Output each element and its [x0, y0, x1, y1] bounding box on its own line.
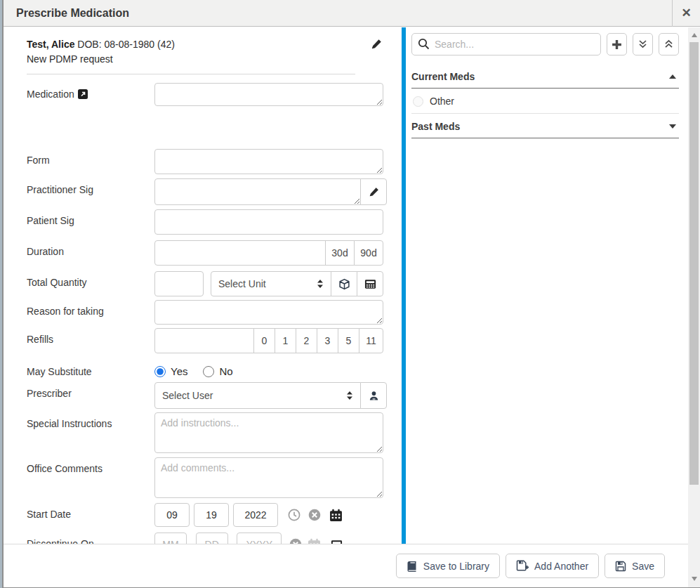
start-date-year-input[interactable] [233, 503, 278, 527]
discontinue-day-input[interactable] [196, 533, 228, 544]
row-prescriber: Prescriber Select User [27, 382, 383, 409]
refills-input[interactable] [154, 328, 254, 353]
row-patient-sig: Patient Sig [27, 209, 383, 235]
form-fields: Medication Form Practitioner Sig [27, 83, 383, 544]
refills-11-button[interactable]: 11 [359, 328, 383, 353]
prescription-form-pane: Test, Alice DOB: 08-08-1980 (42) New PDM… [4, 27, 402, 544]
prescriber-user-icon[interactable] [360, 382, 387, 409]
office-comments-input[interactable] [154, 457, 383, 498]
office-comments-label: Office Comments [27, 457, 154, 474]
dialog-titlebar: Prescribe Medication ✕ [4, 0, 700, 27]
start-date-month-input[interactable] [154, 503, 190, 527]
past-meds-header[interactable]: Past Meds [411, 114, 679, 138]
patient-dob: DOB: 08-08-1980 (42) [77, 39, 175, 50]
discontinue-year-input[interactable] [237, 533, 282, 544]
current-meds-header[interactable]: Current Meds [411, 64, 679, 89]
medication-input[interactable] [154, 83, 383, 106]
save-plus-icon [516, 560, 529, 572]
dialog-body: Test, Alice DOB: 08-08-1980 (42) New PDM… [4, 27, 700, 544]
form-label: Form [27, 149, 154, 166]
past-meds-title: Past Meds [411, 121, 460, 132]
search-icon [418, 38, 430, 50]
duration-input[interactable] [154, 240, 326, 266]
row-office-comments: Office Comments [27, 457, 383, 498]
current-meds-title: Current Meds [411, 71, 475, 82]
expand-all-chevrons-icon[interactable] [633, 33, 653, 55]
external-link-icon[interactable] [78, 89, 88, 99]
substitute-yes-label: Yes [171, 365, 187, 377]
discontinue-month-input[interactable] [154, 533, 187, 544]
start-date-day-input[interactable] [194, 503, 229, 527]
select-arrows-icon [317, 279, 324, 289]
refills-5-button[interactable]: 5 [338, 328, 359, 353]
unit-select-value: Select Unit [218, 278, 317, 289]
unit-select[interactable]: Select Unit [211, 271, 331, 296]
reason-input[interactable] [154, 300, 383, 325]
duration-30d-button[interactable]: 30d [325, 240, 355, 266]
add-med-plus-icon[interactable] [607, 33, 627, 55]
meds-panel: Current Meds Other Past Meds [406, 27, 700, 544]
reason-label: Reason for taking [27, 300, 154, 317]
save-button[interactable]: Save [605, 554, 665, 578]
save-to-library-button[interactable]: Save to Library [396, 554, 500, 578]
scrollbar-up-arrow[interactable] [688, 29, 700, 41]
row-practitioner-sig: Practitioner Sig [27, 178, 383, 205]
add-another-button[interactable]: Add Another [506, 554, 599, 578]
row-form: Form [27, 149, 383, 174]
start-date-label: Start Date [27, 503, 154, 520]
scrollbar-down-arrow[interactable] [688, 573, 700, 584]
edit-pencil-icon[interactable] [371, 39, 382, 50]
close-icon[interactable]: ✕ [672, 0, 700, 27]
discontinue-on-label: Discontinue On [27, 533, 154, 544]
substitute-no-option[interactable]: No [203, 365, 232, 377]
substitute-yes-radio[interactable] [154, 366, 166, 377]
scrollbar-thumb[interactable] [689, 42, 699, 485]
prescriber-select-value: Select User [162, 390, 346, 401]
dialog-title: Prescribe Medication [4, 7, 672, 20]
substitute-no-radio[interactable] [203, 366, 214, 377]
patient-info-line: Test, Alice DOB: 08-08-1980 (42) [27, 37, 355, 52]
row-start-date: Start Date [27, 503, 383, 527]
row-total-quantity: Total Quantity Select Unit [27, 271, 383, 296]
start-date-calendar-icon[interactable] [329, 509, 343, 522]
form-input[interactable] [154, 149, 383, 174]
med-item-other[interactable]: Other [411, 89, 679, 114]
row-special-instructions: Special Instructions [27, 412, 383, 453]
total-quantity-label: Total Quantity [27, 271, 154, 288]
substitute-yes-option[interactable]: Yes [154, 365, 187, 377]
book-icon [407, 561, 418, 572]
unit-cube-icon[interactable] [331, 271, 357, 296]
refills-2-button[interactable]: 2 [296, 328, 317, 353]
sig-pencil-icon[interactable] [360, 178, 387, 205]
special-instructions-label: Special Instructions [27, 412, 154, 429]
meds-search-input[interactable] [411, 33, 601, 55]
practitioner-sig-input[interactable] [154, 178, 361, 205]
special-instructions-input[interactable] [154, 412, 383, 453]
patient-header: Test, Alice DOB: 08-08-1980 (42) New PDM… [27, 37, 383, 74]
pdmp-request-note: New PDMP request [27, 52, 355, 67]
start-date-clear-icon[interactable] [308, 509, 321, 521]
refills-3-button[interactable]: 3 [317, 328, 338, 353]
may-substitute-label: May Substitute [27, 360, 154, 377]
refills-1-button[interactable]: 1 [275, 328, 296, 353]
refills-0-button[interactable]: 0 [253, 328, 275, 353]
row-medication: Medication [27, 83, 383, 106]
practitioner-sig-label: Practitioner Sig [27, 178, 154, 195]
patient-sig-input[interactable] [154, 209, 383, 235]
prescriber-label: Prescriber [27, 382, 154, 399]
total-quantity-input[interactable] [154, 271, 204, 296]
save-icon [615, 561, 626, 572]
quantity-calculator-icon[interactable] [357, 271, 383, 296]
vertical-scrollbar[interactable] [688, 27, 700, 587]
dialog-footer: Save to Library Add Another Save [4, 544, 688, 587]
row-discontinue-on: Discontinue On - - [27, 533, 383, 544]
patient-name: Test, Alice [27, 39, 74, 50]
duration-90d-button[interactable]: 90d [354, 240, 383, 266]
collapse-all-chevrons-icon[interactable] [659, 33, 679, 55]
prescriber-select[interactable]: Select User [154, 382, 361, 409]
row-may-substitute: May Substitute Yes No [27, 360, 383, 377]
other-radio[interactable] [413, 96, 423, 107]
patient-sig-label: Patient Sig [27, 209, 154, 226]
start-date-clock-icon[interactable] [288, 509, 301, 521]
select-arrows-icon [346, 391, 353, 400]
